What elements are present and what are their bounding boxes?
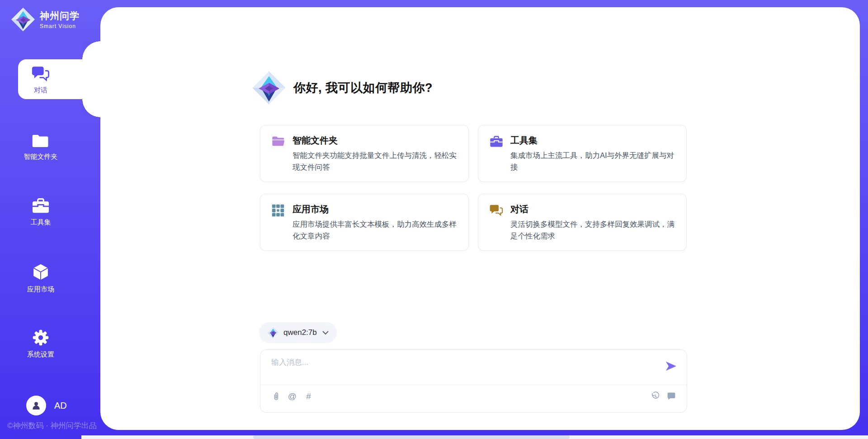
cube-icon bbox=[32, 263, 50, 280]
sidebar-item-label: 工具集 bbox=[0, 218, 81, 227]
briefcase-icon bbox=[32, 198, 50, 215]
card-description: 集成市场上主流工具，助力AI与外界无缝扩展与对接 bbox=[510, 150, 676, 173]
card-title: 应用市场 bbox=[292, 203, 329, 215]
composer-divider bbox=[260, 385, 687, 385]
feedback-chat-icon[interactable] bbox=[667, 391, 677, 401]
person-icon bbox=[30, 400, 42, 411]
sidebar-item-toolset[interactable]: 工具集 bbox=[0, 198, 81, 227]
horizontal-scrollbar[interactable] bbox=[81, 435, 868, 439]
grid-cube-icon bbox=[272, 204, 285, 218]
send-icon[interactable] bbox=[665, 361, 677, 372]
card-smart-folder[interactable]: 智能文件夹 智能文件夹功能支持批量文件上传与清洗，轻松实现文件问答 bbox=[260, 125, 469, 182]
sidebar-item-label: 应用市场 bbox=[0, 285, 81, 294]
sidebar: 神州问学 Smart Vision 对话 智能文件夹 bbox=[0, 0, 100, 439]
avatar bbox=[26, 396, 46, 415]
sidebar-item-label: 智能文件夹 bbox=[0, 153, 81, 161]
sidebar-item-label: 对话 bbox=[0, 86, 81, 95]
model-selector[interactable]: qwen2:7b bbox=[259, 322, 337, 343]
chat-bubbles-icon bbox=[490, 204, 503, 218]
message-input[interactable] bbox=[271, 357, 646, 382]
user-name: AD bbox=[54, 401, 67, 411]
sidebar-item-app-market[interactable]: 应用市场 bbox=[0, 263, 81, 294]
history-icon[interactable] bbox=[651, 391, 660, 401]
gear-icon bbox=[32, 329, 50, 346]
model-diamond-icon bbox=[267, 327, 279, 339]
feature-cards: 智能文件夹 智能文件夹功能支持批量文件上传与清洗，轻松实现文件问答 工具集 集成… bbox=[260, 125, 687, 251]
chat-bubbles-icon bbox=[32, 66, 50, 83]
brand-text-block: 神州问学 Smart Vision bbox=[40, 10, 80, 29]
folder-open-icon bbox=[272, 135, 285, 149]
active-tab-fillet-bottom bbox=[82, 99, 100, 117]
card-title: 智能文件夹 bbox=[292, 134, 338, 147]
greeting-text: 你好, 我可以如何帮助你? bbox=[293, 80, 433, 96]
brand-logo: 神州问学 Smart Vision bbox=[11, 7, 80, 32]
copyright-text: ©神州数码 · 神州问学出品 bbox=[7, 420, 97, 431]
app-root: 神州问学 Smart Vision 对话 智能文件夹 bbox=[0, 0, 868, 439]
composer-tools-right bbox=[651, 391, 677, 401]
assistant-diamond-icon bbox=[252, 71, 286, 105]
brand-diamond-icon bbox=[11, 7, 35, 32]
user-account[interactable]: AD bbox=[26, 396, 67, 415]
greeting: 你好, 我可以如何帮助你? bbox=[252, 71, 433, 105]
chevron-down-icon bbox=[322, 331, 329, 335]
brand-name: 神州问学 bbox=[40, 10, 80, 22]
model-name: qwen2:7b bbox=[283, 328, 317, 337]
scrollbar-thumb[interactable] bbox=[253, 435, 570, 439]
sidebar-item-smart-folder[interactable]: 智能文件夹 bbox=[0, 133, 81, 161]
folder-icon bbox=[32, 133, 50, 150]
card-description: 灵活切换多模型文件，支持多样回复效果调试，满足个性化需求 bbox=[510, 219, 676, 242]
brand-subtitle: Smart Vision bbox=[40, 23, 80, 29]
main-panel: 你好, 我可以如何帮助你? 智能文件夹 智能文件夹功能支持批量文件上传与清洗，轻… bbox=[100, 7, 860, 430]
sidebar-item-label: 系统设置 bbox=[0, 350, 81, 359]
message-composer: @ # bbox=[260, 349, 687, 413]
card-description: 应用市场提供丰富长文本模板，助力高效生成多样化文章内容 bbox=[292, 219, 458, 242]
attachment-icon[interactable] bbox=[271, 391, 281, 401]
card-app-market[interactable]: 应用市场 应用市场提供丰富长文本模板，助力高效生成多样化文章内容 bbox=[260, 194, 469, 251]
card-title: 工具集 bbox=[510, 134, 538, 147]
sidebar-item-settings[interactable]: 系统设置 bbox=[0, 329, 81, 359]
sidebar-item-chat[interactable]: 对话 bbox=[0, 66, 81, 95]
mention-icon[interactable]: @ bbox=[288, 391, 297, 401]
composer-tools-left: @ # bbox=[271, 391, 313, 401]
card-toolset[interactable]: 工具集 集成市场上主流工具，助力AI与外界无缝扩展与对接 bbox=[478, 125, 687, 182]
hashtag-icon[interactable]: # bbox=[304, 391, 313, 401]
active-tab-fillet-top bbox=[82, 41, 100, 59]
card-chat[interactable]: 对话 灵活切换多模型文件，支持多样回复效果调试，满足个性化需求 bbox=[478, 194, 687, 251]
card-title: 对话 bbox=[510, 203, 528, 215]
card-description: 智能文件夹功能支持批量文件上传与清洗，轻松实现文件问答 bbox=[292, 150, 458, 173]
briefcase-icon bbox=[490, 135, 503, 149]
